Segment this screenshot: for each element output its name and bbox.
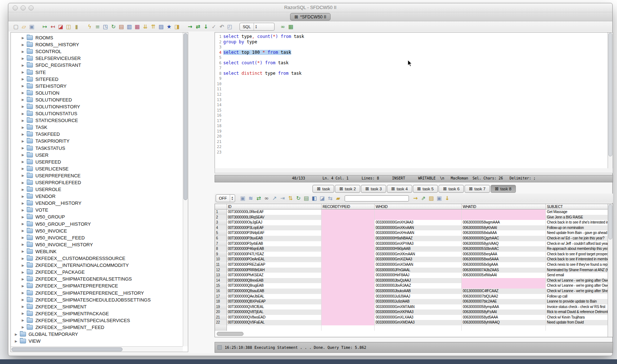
record-view-icon[interactable]: ◧ (310, 195, 318, 202)
tree-item-w50-group-history[interactable]: ▶W50_GROUP__HISTORY (12, 221, 182, 228)
grid-view-icon[interactable]: ▦ (287, 23, 295, 30)
editor-line[interactable]: 14 (215, 102, 608, 108)
editor-line[interactable]: 16 (215, 113, 608, 118)
disclosure-triangle-icon[interactable]: ▶ (21, 229, 25, 233)
tab-close-icon[interactable]: ⊠ (317, 187, 320, 191)
disclosure-triangle-icon[interactable]: ▶ (21, 146, 25, 150)
editor-line[interactable]: 3 (215, 44, 608, 50)
tree-item-zkfedex-shipmentspecialservices[interactable]: ▶ZKFEDEX__SHIPMENTSPECIALSERVICES (12, 317, 182, 324)
editor-vertical-scrollbar[interactable] (608, 32, 613, 169)
table-row[interactable]: 1600T3000000Q8sauEAB0033000000JbukoAAB00… (215, 289, 608, 294)
table-row[interactable]: 700T3000000P3yrbEAB0033000000GmXPYAA3006… (215, 241, 608, 247)
database-icon[interactable]: ▮ (73, 23, 81, 30)
view-row-glasses-icon[interactable]: ∞ (263, 195, 271, 202)
tab-close-icon[interactable]: ⊠ (391, 187, 395, 191)
row-number[interactable]: 18 (215, 299, 227, 304)
editor-line[interactable]: 8select distinct type from task (215, 71, 608, 76)
execute-statement-icon[interactable]: → (186, 23, 194, 30)
export-doc-icon[interactable]: ◳ (102, 23, 109, 30)
disclosure-triangle-icon[interactable]: ▶ (21, 174, 25, 177)
table-row[interactable]: 2200T3000000QV9FaEAL0033000000GmXMDAA300… (215, 320, 608, 325)
clipboard-icon[interactable]: ◰ (226, 23, 234, 30)
view-results-glasses-icon[interactable]: ∞ (279, 23, 287, 30)
disclosure-triangle-icon[interactable]: ▶ (21, 43, 25, 47)
tree-vertical-scrollbar[interactable] (183, 32, 188, 346)
editor-line[interactable]: 18 (215, 123, 608, 129)
save-icon[interactable]: ▣ (28, 23, 36, 30)
tree-item-zkfedex-shipmatescheduledjobssettings[interactable]: ▶ZKFEDEX__SHIPMATESCHEDULEDJOBSSETTINGS (12, 296, 182, 303)
disclosure-triangle-icon[interactable]: ▶ (21, 112, 25, 116)
disclosure-triangle-icon[interactable]: ▶ (21, 291, 25, 295)
row-number[interactable]: 14 (215, 278, 227, 283)
tree-item-zkfedex-customaddresssource[interactable]: ▶ZKFEDEX__CUSTOMADDRESSSOURCE (12, 255, 182, 262)
disclosure-triangle-icon[interactable]: ▶ (21, 257, 25, 260)
tree-item-taskstatus[interactable]: ▶TASKSTATUS (12, 145, 182, 152)
tree-item-zkfedex-shipment-feed[interactable]: ▶ZKFEDEX__SHIPMENT__FEED (12, 324, 182, 331)
generate-report-icon[interactable]: ▨ (427, 195, 435, 202)
tree-item-solutionstatus[interactable]: ▶SOLUTIONSTATUS (12, 110, 182, 117)
disclosure-triangle-icon[interactable]: ▶ (21, 208, 25, 212)
results-search-input[interactable] (345, 195, 409, 202)
table-row[interactable]: 1700T3000000QAeJbEAL0033000000Ju9J9AAJ00… (215, 294, 608, 299)
add-connection-icon[interactable]: ◫ (65, 23, 73, 30)
row-number[interactable]: 1 (215, 209, 227, 215)
disconnect-icon[interactable]: ↤ (49, 23, 57, 30)
favorites-star-icon[interactable]: ★ (165, 23, 173, 30)
transpose-table-icon[interactable]: ⇆ (326, 195, 334, 202)
table-row[interactable]: 600T3000000P3tuvEAB0033000000H9aNBAAZ006… (215, 236, 608, 241)
tree-item-selfserviceuser[interactable]: ▶SELFSERVICEUSER (12, 55, 182, 62)
tree-item-scontrol[interactable]: ▶SCONTROL (12, 48, 182, 55)
row-number[interactable]: 7 (215, 241, 227, 247)
column-header-whatid[interactable]: WHATID (462, 204, 546, 209)
editor-line[interactable]: 9 (215, 76, 608, 81)
disclosure-triangle-icon[interactable]: ▶ (21, 222, 25, 226)
row-number[interactable]: 11 (215, 262, 227, 268)
disclosure-triangle-icon[interactable]: ▶ (21, 270, 25, 274)
tree-item-userpreference[interactable]: ▶USERPREFERENCE (12, 172, 182, 179)
result-tab-task[interactable]: ⊠task (312, 185, 334, 193)
copy-connection-icon[interactable]: ◪ (57, 23, 65, 30)
table-row[interactable]: 400T3000000P3LopEAF0033000000GmXKnAAN006… (215, 225, 608, 231)
row-number[interactable]: 22 (215, 320, 227, 325)
table-row[interactable]: 800T3000000P46qnEAB0033000000H9i0pAAB006… (215, 246, 608, 252)
tree-item-sfdc-registrant[interactable]: ▶SFDC_REGISTRANT (12, 62, 182, 69)
disclosure-triangle-icon[interactable]: ▶ (21, 70, 25, 74)
tree-item-vote[interactable]: ▶VOTE (12, 207, 182, 213)
sort-updown-icon[interactable]: ⇅ (286, 195, 294, 202)
zoom-button[interactable] (29, 5, 34, 10)
download-icon[interactable]: ↓ (443, 195, 451, 202)
edit-cell-icon[interactable]: ↗ (271, 195, 279, 202)
tree-hscroll-thumb[interactable] (12, 347, 122, 351)
table-row[interactable]: 1500T3000000Q8rugEAB0033000000JbvRJAAZCh… (215, 283, 608, 289)
result-tab-task-8[interactable]: ⊠task 8 (491, 185, 516, 193)
save-grid-icon[interactable]: ▣ (435, 195, 443, 202)
tree-item-userlicense[interactable]: ▶USERLICENSE (12, 165, 182, 172)
tree-item-w50-invoice[interactable]: ▶W50_INVOICE (12, 228, 182, 234)
tab-close-icon[interactable]: ⊠ (417, 187, 421, 191)
filter-results-icon[interactable]: ≋ (247, 195, 255, 202)
minimize-button[interactable] (21, 5, 26, 10)
disclosure-triangle-icon[interactable]: ▶ (21, 284, 25, 288)
tree-item-zkfedex-shipmatepreference[interactable]: ▶ZKFEDEX__SHIPMATEPREFERENCE (12, 282, 182, 289)
table-row[interactable]: 1000T3000000POeAnEAL0033000000GmXIZAA300… (215, 257, 608, 262)
sort-asc-icon[interactable]: ⇈ (149, 23, 157, 30)
row-number[interactable]: 21 (215, 315, 227, 320)
editor-line[interactable]: 2group by type (215, 39, 608, 45)
column-header-recordtypeid[interactable]: RECORDTYPEID (322, 204, 375, 209)
tab-close-icon[interactable]: ⊠ (495, 187, 499, 191)
table-export-icon[interactable]: ◨ (173, 23, 181, 30)
table-row[interactable]: 1300T3000000PfvKSEAZ0033000000HirF8AAJ00… (215, 273, 608, 278)
tree-item-zkfedex-package[interactable]: ▶ZKFEDEX__PACKAGE (12, 269, 182, 276)
editor-line[interactable]: 19 (215, 129, 608, 134)
editor-line[interactable]: 23 (215, 150, 608, 155)
export-results-icon[interactable]: ⇗ (419, 195, 427, 202)
disclosure-triangle-icon[interactable]: ▶ (14, 333, 18, 336)
disclosure-triangle-icon[interactable]: ▶ (21, 264, 25, 267)
disclosure-triangle-icon[interactable]: ▶ (21, 188, 25, 191)
disclosure-triangle-icon[interactable]: ▶ (21, 195, 25, 198)
tree-item-zkfedex-shipmentpackage[interactable]: ▶ZKFEDEX__SHIPMENTPACKAGE (12, 310, 182, 317)
row-number[interactable]: 9 (215, 252, 227, 257)
tree-item-userrole[interactable]: ▶USERROLE (12, 186, 182, 193)
save-results-icon[interactable]: ▣ (239, 195, 247, 202)
result-tab-task-5[interactable]: ⊠task 5 (413, 185, 438, 193)
